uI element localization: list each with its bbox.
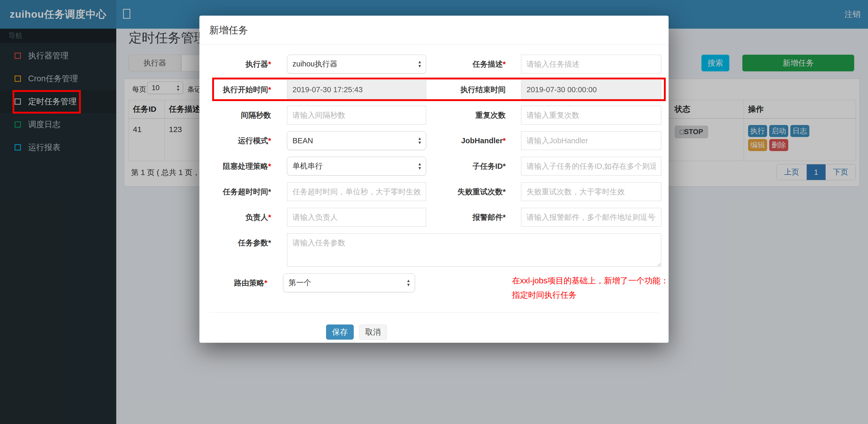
task-params-label: 任务参数*: [199, 233, 271, 252]
start-time-input[interactable]: [287, 80, 426, 99]
jobhandler-input[interactable]: [521, 131, 661, 150]
timeout-input[interactable]: [287, 182, 426, 201]
block-strategy-select[interactable]: 单机串行: [287, 157, 426, 175]
feature-note-line2: 指定时间执行任务: [512, 288, 669, 302]
task-desc-label: 任务描述*: [426, 55, 506, 73]
required-asterisk: *: [268, 162, 271, 170]
owner-input[interactable]: [287, 208, 426, 227]
form-row: 间隔秒数 重复次数: [199, 106, 669, 125]
save-button[interactable]: 保存: [326, 325, 354, 339]
interval-label: 间隔秒数: [199, 106, 271, 125]
child-task-id-input[interactable]: [521, 157, 661, 175]
form-row: 路由策略* 第一个 在xxl-jobs项目的基础上，新增了一个功能： 指定时间执…: [199, 273, 669, 302]
add-task-modal: 新增任务 执行器* zuihou执行器 任务描述* 执行开始时间* 执行结束时间…: [199, 15, 669, 343]
repeat-count-input[interactable]: [521, 106, 661, 125]
executor-label: 执行器*: [199, 55, 271, 73]
form-row-highlighted: 执行开始时间* 执行结束时间: [199, 80, 669, 99]
required-asterisk: *: [268, 188, 271, 196]
required-asterisk: *: [503, 213, 506, 221]
form-row: 执行器* zuihou执行器 任务描述*: [199, 55, 669, 73]
jobhandler-label: JobHandler*: [426, 131, 506, 150]
required-asterisk: *: [268, 238, 271, 247]
run-mode-select[interactable]: BEAN: [287, 131, 426, 150]
owner-label: 负责人*: [199, 208, 271, 227]
repeat-count-label: 重复次数: [426, 106, 506, 125]
required-asterisk: *: [503, 162, 506, 170]
app-window: zuihou任务调度中心 注销 导航 执行器管理 Cron任务管理 定时任务管理…: [0, 0, 868, 424]
required-asterisk: *: [268, 60, 271, 68]
form-row: 负责人* 报警邮件*: [199, 208, 669, 227]
required-asterisk: *: [503, 60, 506, 68]
select-arrows-icon: [406, 279, 410, 287]
required-asterisk: *: [503, 136, 506, 145]
interval-input[interactable]: [287, 106, 426, 125]
timeout-label: 任务超时时间*: [199, 182, 271, 201]
route-strategy-select[interactable]: 第一个: [283, 273, 415, 292]
feature-note: 在xxl-jobs项目的基础上，新增了一个功能： 指定时间执行任务: [512, 273, 669, 302]
retry-count-label: 失败重试次数*: [426, 182, 506, 201]
modal-title: 新增任务: [199, 15, 669, 45]
end-time-input[interactable]: [521, 80, 661, 99]
end-time-label: 执行结束时间: [426, 80, 506, 99]
select-arrows-icon: [417, 136, 422, 145]
retry-count-input[interactable]: [521, 182, 661, 201]
required-asterisk: *: [268, 136, 271, 145]
form-row: 任务超时时间* 失败重试次数*: [199, 182, 669, 201]
executor-select[interactable]: zuihou执行器: [287, 55, 426, 73]
footer-divider: [209, 312, 659, 313]
start-time-label: 执行开始时间*: [199, 80, 271, 99]
run-mode-label: 运行模式*: [199, 131, 271, 150]
required-asterisk: *: [503, 188, 506, 196]
form-row: 阻塞处理策略* 单机串行 子任务ID*: [199, 157, 669, 175]
cancel-button[interactable]: 取消: [359, 325, 387, 339]
form-row: 任务参数*: [199, 233, 669, 267]
modal-footer: 保存 取消: [326, 325, 669, 339]
task-params-textarea[interactable]: [287, 233, 661, 267]
modal-body: 执行器* zuihou执行器 任务描述* 执行开始时间* 执行结束时间 间隔秒数…: [199, 45, 669, 339]
child-task-id-label: 子任务ID*: [426, 157, 506, 175]
select-arrows-icon: [417, 162, 422, 170]
select-arrows-icon: [417, 60, 422, 68]
task-desc-input[interactable]: [521, 55, 661, 73]
alarm-email-input[interactable]: [521, 208, 661, 227]
required-asterisk: *: [264, 279, 267, 287]
block-strategy-label: 阻塞处理策略*: [199, 157, 271, 175]
alarm-email-label: 报警邮件*: [426, 208, 506, 227]
route-strategy-label: 路由策略*: [199, 273, 267, 292]
required-asterisk: *: [268, 86, 271, 94]
feature-note-line1: 在xxl-jobs项目的基础上，新增了一个功能：: [512, 273, 669, 288]
form-row: 运行模式* BEAN JobHandler*: [199, 131, 669, 150]
required-asterisk: *: [268, 213, 271, 221]
